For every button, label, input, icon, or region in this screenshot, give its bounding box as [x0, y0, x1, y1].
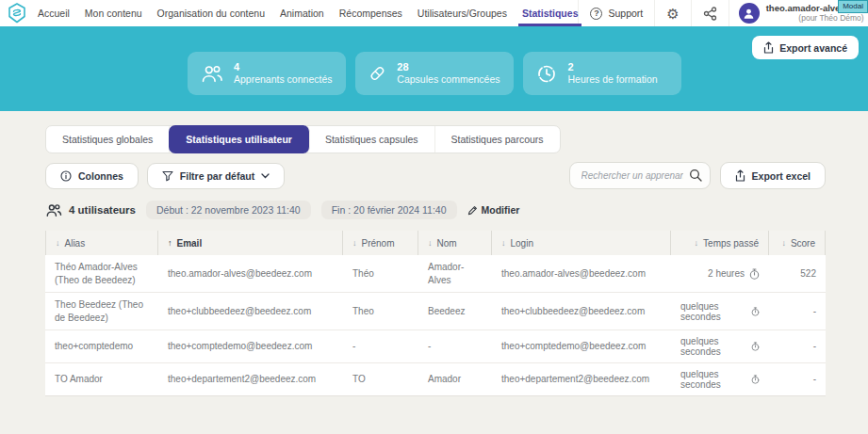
- stat-value: 2: [568, 61, 658, 74]
- nav-item-animation[interactable]: Animation: [280, 0, 324, 26]
- top-navigation-bar: Accueil Mon contenu Organisation du cont…: [0, 0, 868, 26]
- temps-value: quelques secondes: [680, 369, 746, 390]
- date-start-badge: Début : 22 novembre 2023 11:40: [146, 201, 311, 219]
- export-icon: [763, 41, 774, 54]
- temps-value: quelques secondes: [680, 301, 746, 322]
- column-label: Email: [177, 238, 203, 249]
- user-count-label: 4 utilisateurs: [69, 204, 136, 216]
- statistics-tabs: Statistiques globales Statistiques utili…: [45, 125, 561, 153]
- cell-alias: TO Amador: [45, 367, 158, 392]
- cell-nom: Amador: [418, 367, 492, 392]
- kpi-banner: 4 Apprenants connectés 28 Capsules comme…: [0, 26, 868, 111]
- search-box: [569, 162, 711, 189]
- tab-statistiques-capsules[interactable]: Statistiques capsules: [309, 126, 435, 153]
- org-nodes-icon: [703, 7, 717, 21]
- column-label: Alias: [65, 238, 86, 249]
- stat-value: 4: [234, 61, 333, 74]
- info-circle-icon: [60, 170, 72, 182]
- kpi-cards: 4 Apprenants connectés 28 Capsules comme…: [188, 52, 681, 95]
- cell-temps-passe: quelques secondes: [671, 330, 769, 362]
- cell-nom: -: [418, 334, 492, 359]
- column-header-email[interactable]: ↑Email: [158, 231, 343, 255]
- toolbar-right: Export excel: [569, 162, 826, 189]
- modify-dates-link[interactable]: Modifier: [467, 204, 520, 216]
- cell-nom: Amador-Alves: [418, 255, 492, 292]
- table-row[interactable]: Theo Beedeez (Theo de Beedeez) theo+club…: [45, 292, 826, 330]
- beedeez-logo-icon[interactable]: [8, 0, 26, 26]
- search-icon[interactable]: [689, 169, 702, 182]
- column-header-alias[interactable]: ↓Alias: [45, 231, 158, 255]
- column-header-login[interactable]: ↓Login: [492, 231, 671, 255]
- column-header-nom[interactable]: ↓Nom: [418, 231, 492, 255]
- org-chart-button[interactable]: [691, 0, 729, 26]
- stat-text: 28 Capsules commencées: [397, 61, 500, 87]
- statistics-page: Accueil Mon contenu Organisation du cont…: [0, 0, 868, 434]
- column-header-prenom[interactable]: ↓Prénom: [343, 231, 418, 255]
- sort-down-icon: ↓: [56, 238, 60, 248]
- table-row[interactable]: theo+comptedemo theo+comptedemo@beedeez.…: [45, 330, 826, 362]
- sort-down-icon: ↓: [352, 238, 357, 248]
- users-icon: [45, 203, 62, 217]
- table-row[interactable]: Théo Amador-Alves (Theo de Beedeez) theo…: [45, 255, 826, 292]
- date-end-badge: Fin : 20 février 2024 11:40: [321, 201, 457, 219]
- cell-temps-passe: quelques secondes: [671, 296, 769, 328]
- stat-label: Heures de formation: [568, 73, 658, 86]
- temps-value: quelques secondes: [680, 336, 746, 357]
- stat-card-heures: 2 Heures de formation: [523, 52, 681, 95]
- stat-value: 28: [397, 61, 500, 74]
- settings-button[interactable]: ⚙: [654, 0, 690, 26]
- cell-email: theo+departement2@beedeez.com: [158, 367, 343, 392]
- stopwatch-icon: [751, 341, 760, 352]
- nav-item-recompenses[interactable]: Récompenses: [339, 0, 402, 26]
- cell-score: -: [769, 367, 826, 392]
- tab-statistiques-globales[interactable]: Statistiques globales: [46, 126, 170, 153]
- pencil-icon: [467, 205, 478, 216]
- stat-text: 2 Heures de formation: [568, 61, 658, 87]
- table-header-row: ↓Alias ↑Email ↓Prénom ↓Nom ↓Login ↓Temps…: [45, 231, 826, 255]
- stopwatch-icon: [751, 374, 760, 385]
- table-toolbar: Colonnes Filtre par défaut: [45, 162, 826, 189]
- sort-down-icon: ↓: [781, 238, 786, 248]
- cell-temps-passe: quelques secondes: [671, 363, 769, 395]
- nav-item-organisation-du-contenu[interactable]: Organisation du contenu: [157, 0, 265, 26]
- column-label: Temps passé: [703, 238, 759, 249]
- cell-login: theo+clubbeedeez@beedeez.com: [492, 299, 671, 324]
- tab-statistiques-utilisateur[interactable]: Statistiques utilisateur: [169, 125, 310, 153]
- chevron-down-icon: [261, 173, 270, 179]
- users-table: ↓Alias ↑Email ↓Prénom ↓Nom ↓Login ↓Temps…: [45, 231, 826, 396]
- sort-up-icon: ↑: [168, 238, 172, 248]
- modify-label: Modifier: [482, 204, 520, 216]
- stat-card-apprenants: 4 Apprenants connectés: [188, 52, 346, 95]
- cell-prenom: Theo: [343, 299, 418, 324]
- tab-statistiques-parcours[interactable]: Statistiques parcours: [435, 126, 560, 153]
- export-avance-button[interactable]: Export avancé: [752, 36, 859, 59]
- column-header-score[interactable]: ↓Score: [769, 231, 826, 255]
- cell-prenom: Théo: [343, 262, 418, 286]
- columns-label: Colonnes: [78, 170, 123, 182]
- nav-item-utilisateurs-groupes[interactable]: Utilisateurs/Groupes: [418, 0, 507, 26]
- support-button[interactable]: ? Support: [578, 0, 654, 26]
- table-row[interactable]: TO Amador theo+departement2@beedeez.com …: [45, 362, 826, 395]
- columns-button[interactable]: Colonnes: [45, 163, 139, 189]
- filter-button[interactable]: Filtre par défaut: [147, 163, 285, 189]
- export-excel-button[interactable]: Export excel: [720, 162, 826, 189]
- user-table-body: Théo Amador-Alves (Theo de Beedeez) theo…: [45, 255, 826, 395]
- nav-item-statistiques[interactable]: Statistiques: [522, 0, 579, 26]
- stat-card-capsules: 28 Capsules commencées: [355, 52, 514, 95]
- cell-prenom: -: [343, 334, 418, 359]
- stat-label: Capsules commencées: [397, 73, 500, 86]
- nav-item-accueil[interactable]: Accueil: [38, 0, 70, 26]
- export-avance-label: Export avancé: [779, 42, 847, 54]
- stopwatch-icon: [751, 306, 760, 317]
- column-header-temps-passe[interactable]: ↓Temps passé: [671, 231, 769, 255]
- cell-login: theo+comptedemo@beedeez.com: [492, 334, 671, 359]
- cell-score: 522: [769, 262, 826, 286]
- help-question-icon: ?: [590, 8, 602, 20]
- cell-temps-passe: 2 heures: [671, 263, 769, 285]
- avatar: [739, 3, 760, 24]
- cell-alias: Theo Beedeez (Theo de Beedeez): [45, 293, 158, 330]
- stat-text: 4 Apprenants connectés: [234, 61, 333, 87]
- cell-score: -: [769, 299, 826, 324]
- export-icon: [735, 169, 745, 182]
- nav-item-mon-contenu[interactable]: Mon contenu: [85, 0, 142, 26]
